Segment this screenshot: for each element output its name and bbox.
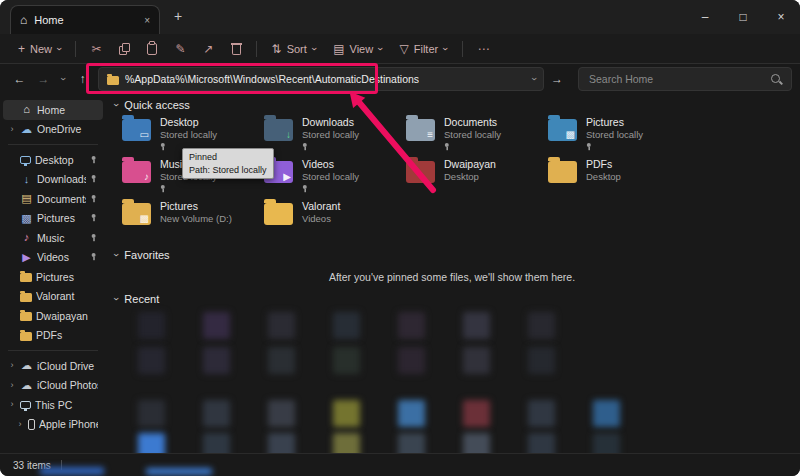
sidebar-item-videos[interactable]: ▶Videos <box>3 248 103 268</box>
search-input[interactable] <box>587 72 766 86</box>
paste-button[interactable] <box>139 38 165 59</box>
view-button[interactable]: ▤ View › <box>325 39 389 59</box>
sidebar-item-pictures[interactable]: ▩Pictures <box>3 209 103 229</box>
recent-thumbnail[interactable] <box>268 312 295 339</box>
music-icon: ♪ <box>20 232 33 243</box>
folder-icon <box>107 76 119 85</box>
forward-button[interactable]: → <box>32 72 55 86</box>
toolbar-separator <box>75 41 76 57</box>
pin-icon <box>91 234 97 242</box>
sidebar-item-home[interactable]: ⌂Home <box>3 100 103 120</box>
window-controls: – □ × <box>686 0 800 34</box>
new-button[interactable]: + New › <box>10 39 68 59</box>
rename-button[interactable]: ✎ <box>167 39 193 59</box>
recent-locations-button[interactable]: › <box>58 72 68 86</box>
sort-label: Sort <box>287 43 307 55</box>
recent-thumbnail[interactable] <box>203 400 230 427</box>
monitor-icon <box>20 401 31 409</box>
recent-thumbnail[interactable] <box>528 400 555 427</box>
chevron-icon[interactable]: › <box>8 125 16 134</box>
recent-thumbnail[interactable] <box>398 400 425 427</box>
recent-thumbnail[interactable] <box>333 347 360 374</box>
pin-icon <box>91 175 97 183</box>
chevron-down-icon: › <box>375 47 385 50</box>
chevron-icon[interactable]: › <box>8 361 16 370</box>
go-button[interactable]: → <box>545 72 569 86</box>
sidebar: ⌂Home›☁OneDriveDesktop↓Downloads▤Documen… <box>0 94 106 454</box>
recent-thumbnail[interactable] <box>333 400 360 427</box>
recent-thumbnail[interactable] <box>138 400 165 427</box>
address-bar[interactable]: %AppData%\Microsoft\Windows\Recent\Autom… <box>98 67 544 91</box>
minimize-button[interactable]: – <box>686 0 724 34</box>
copy-button[interactable] <box>111 39 137 59</box>
address-dropdown-icon[interactable]: › <box>528 77 538 80</box>
sidebar-item-dwaipayan[interactable]: Dwaipayan <box>3 306 103 326</box>
recent-thumbnail[interactable] <box>463 400 490 427</box>
sidebar-item-icloud-drive[interactable]: ›☁iCloud Drive <box>3 356 103 376</box>
delete-button[interactable] <box>224 38 249 59</box>
tooltip-line2: Path: Stored locally <box>189 164 267 177</box>
sidebar-item-music[interactable]: ♪Music <box>3 228 103 248</box>
filter-label: Filter <box>414 43 438 55</box>
sidebar-item-pictures[interactable]: Pictures <box>3 267 103 287</box>
search-icon <box>770 73 783 86</box>
more-options-button[interactable]: ⋯ <box>470 39 498 59</box>
chevron-icon[interactable]: › <box>8 400 16 409</box>
home-icon: ⌂ <box>20 104 33 115</box>
tooltip-line1: Pinned <box>189 151 267 164</box>
tab-home[interactable]: ⌂ Home × <box>10 5 160 34</box>
back-button[interactable]: ← <box>8 72 31 86</box>
sort-button[interactable]: ⇅ Sort › <box>264 39 324 59</box>
tab-close-icon[interactable]: × <box>144 15 150 26</box>
doc-icon: ▤ <box>20 193 33 204</box>
recent-thumbnail[interactable] <box>138 312 165 339</box>
blurred-strip <box>146 468 212 475</box>
up-button[interactable]: ↑ <box>71 72 94 86</box>
chevron-icon[interactable]: › <box>8 381 16 390</box>
sidebar-item-this-pc[interactable]: ›This PC <box>3 395 103 415</box>
status-bar: 33 items <box>0 453 800 476</box>
sidebar-item-icloud-photos[interactable]: ›☁iCloud Photos <box>3 376 103 396</box>
sidebar-item-pdfs[interactable]: PDFs <box>3 326 103 346</box>
cut-icon: ✂ <box>91 43 101 55</box>
chevron-icon[interactable]: › <box>16 420 24 429</box>
sidebar-item-label: This PC <box>35 399 98 411</box>
recent-thumbnail[interactable] <box>463 347 490 374</box>
sidebar-item-valorant[interactable]: Valorant <box>3 287 103 307</box>
address-path[interactable]: %AppData%\Microsoft\Windows\Recent\Autom… <box>125 73 419 85</box>
recent-thumbnail[interactable] <box>593 400 620 427</box>
recent-thumbnail[interactable] <box>398 312 425 339</box>
sidebar-item-onedrive[interactable]: ›☁OneDrive <box>3 120 103 140</box>
sidebar-item-label: Videos <box>37 251 86 263</box>
sidebar-item-downloads[interactable]: ↓Downloads <box>3 170 103 190</box>
delete-icon <box>232 45 241 55</box>
sidebar-item-apple-iphone[interactable]: ›Apple iPhone <box>3 415 103 435</box>
sidebar-item-label: Valorant <box>36 290 98 302</box>
paste-icon <box>147 43 157 55</box>
recent-thumbnail[interactable] <box>398 347 425 374</box>
sidebar-item-label: Apple iPhone <box>39 418 98 430</box>
sidebar-item-documents[interactable]: ▤Documents <box>3 189 103 209</box>
recent-thumbnail[interactable] <box>463 312 490 339</box>
recent-thumbnail[interactable] <box>528 347 555 374</box>
recent-thumbnail[interactable] <box>203 312 230 339</box>
sidebar-item-label: Documents <box>37 193 86 205</box>
sidebar-item-desktop[interactable]: Desktop <box>3 150 103 170</box>
recent-thumbnail[interactable] <box>268 347 295 374</box>
cut-button[interactable]: ✂ <box>83 39 109 59</box>
recent-thumbnail[interactable] <box>528 312 555 339</box>
maximize-button[interactable]: □ <box>724 0 762 34</box>
share-button[interactable]: ↗ <box>196 39 222 59</box>
recent-thumbnail[interactable] <box>203 347 230 374</box>
new-tab-button[interactable]: + <box>174 9 182 23</box>
chevron-down-icon: › <box>440 47 450 50</box>
recent-thumbnail[interactable] <box>138 347 165 374</box>
pin-icon <box>91 156 97 164</box>
folder-icon <box>20 312 32 321</box>
sidebar-item-label: iCloud Photos <box>37 379 98 391</box>
recent-thumbnail[interactable] <box>268 400 295 427</box>
recent-thumbnail[interactable] <box>333 312 360 339</box>
filter-button[interactable]: ▽ Filter › <box>392 39 455 59</box>
folder-icon <box>20 293 32 302</box>
close-button[interactable]: × <box>762 0 800 34</box>
